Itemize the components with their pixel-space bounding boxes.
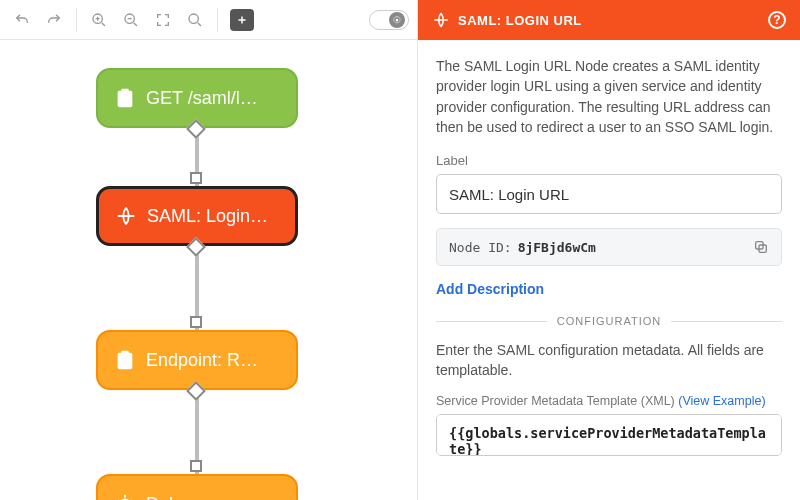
panel-header: SAML: LOGIN URL ? [418, 0, 800, 40]
gear-icon [389, 12, 405, 28]
panel-title: SAML: LOGIN URL [458, 13, 582, 28]
connector-in[interactable] [190, 460, 202, 472]
label-field-label: Label [436, 153, 782, 168]
connector-in[interactable] [190, 172, 202, 184]
redo-icon [46, 12, 62, 28]
expand-icon [155, 12, 171, 28]
redo-button[interactable] [40, 6, 68, 34]
zoom-out-button[interactable] [117, 6, 145, 34]
node-endpoint[interactable]: Endpoint: R… [96, 330, 298, 390]
label-input[interactable] [436, 174, 782, 214]
node-saml-login[interactable]: SAML: Login… [96, 186, 298, 246]
node-id-row: Node ID: 8jFBjd6wCm [436, 228, 782, 266]
panel-body: The SAML Login URL Node creates a SAML i… [418, 40, 800, 500]
section-divider: CONFIGURATION [436, 315, 782, 327]
node-label: Endpoint: R… [146, 350, 258, 371]
debug-toggle[interactable] [369, 10, 409, 30]
section-title: CONFIGURATION [557, 315, 661, 327]
edge-line [195, 100, 199, 500]
zoom-reset-button[interactable] [181, 6, 209, 34]
svg-rect-4 [121, 89, 128, 93]
copy-button[interactable] [753, 239, 769, 255]
sp-metadata-input[interactable] [436, 414, 782, 456]
toolbar-separator [217, 8, 218, 32]
undo-button[interactable] [8, 6, 36, 34]
help-button[interactable]: ? [768, 11, 786, 29]
properties-panel: SAML: LOGIN URL ? The SAML Login URL Nod… [418, 0, 800, 500]
node-id-value: 8jFBjd6wCm [518, 240, 596, 255]
config-hint: Enter the SAML configuration metadata. A… [436, 341, 782, 380]
clipboard-icon [114, 349, 136, 371]
copy-icon [753, 239, 769, 255]
plus-icon [236, 14, 248, 26]
add-description-link[interactable]: Add Description [436, 281, 544, 297]
svg-point-3 [396, 18, 399, 21]
node-label: Debug [146, 494, 199, 501]
bug-icon [114, 493, 136, 500]
add-node-button[interactable] [230, 9, 254, 31]
node-label: GET /saml/l… [146, 88, 258, 109]
canvas-toolbar [0, 0, 417, 40]
fit-button[interactable] [149, 6, 177, 34]
node-debug[interactable]: Debug [96, 474, 298, 500]
zoom-in-button[interactable] [85, 6, 113, 34]
node-get-saml[interactable]: GET /saml/l… [96, 68, 298, 128]
sp-metadata-label-text: Service Provider Metadata Template (XML) [436, 394, 675, 408]
search-icon [187, 12, 203, 28]
clipboard-icon [114, 87, 136, 109]
zoom-out-icon [123, 12, 139, 28]
zoom-in-icon [91, 12, 107, 28]
toolbar-separator [76, 8, 77, 32]
connector-in[interactable] [190, 316, 202, 328]
undo-icon [14, 12, 30, 28]
view-example-link[interactable]: (View Example) [678, 394, 765, 408]
node-label: SAML: Login… [147, 206, 268, 227]
saml-icon [432, 11, 450, 29]
svg-point-2 [189, 14, 198, 23]
svg-rect-5 [121, 351, 128, 355]
node-id-label: Node ID: [449, 240, 512, 255]
sp-metadata-label: Service Provider Metadata Template (XML)… [436, 394, 782, 408]
saml-icon [115, 205, 137, 227]
node-description: The SAML Login URL Node creates a SAML i… [436, 56, 782, 137]
workflow-canvas-pane: GET /saml/l… SAML: Login… Endpoint: R… D… [0, 0, 418, 500]
workflow-canvas[interactable]: GET /saml/l… SAML: Login… Endpoint: R… D… [0, 40, 417, 500]
